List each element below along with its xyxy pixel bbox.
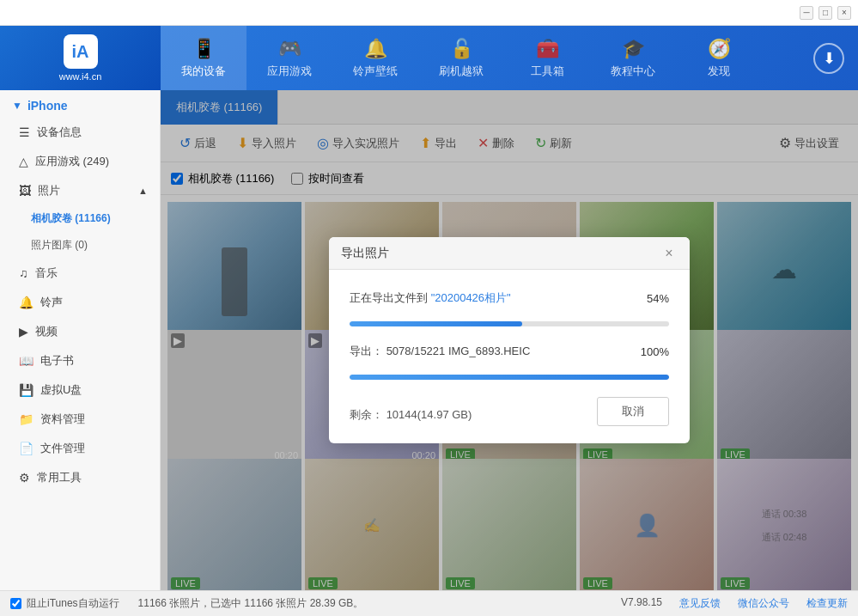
sidebar-file-label: 文件管理 [40,441,85,456]
dialog-title: 导出照片 [341,246,389,261]
export-dest-value: "20200426相片" [431,291,511,304]
sidebar-tools-label: 常用工具 [37,470,82,485]
close-btn[interactable]: × [837,6,851,20]
sidebar-item-tools[interactable]: ⚙ 常用工具 [0,463,160,492]
title-bar: ─ □ × [0,0,858,26]
sidebar-item-ringtone[interactable]: 🔔 铃声 [0,288,160,317]
remaining-value: 10144(14.97 GB) [386,408,472,421]
export-dialog: 导出照片 × 正在导出文件到 "20200426相片" 54% [329,237,690,443]
sidebar: ▼ iPhone ☰ 设备信息 △ 应用游戏 (249) 🖼 照片 ▲ 相机胶卷… [0,90,161,590]
remaining-text: 剩余： 10144(14.97 GB) [350,407,472,423]
dialog-close-button[interactable]: × [660,245,678,262]
content-wrapper: 相机胶卷 (11166) ↺ 后退 ⬇ 导入照片 ◎ 导入实况照片 ⬆ [161,90,858,590]
toolbox-icon: 🧰 [536,38,559,60]
itunes-checkbox[interactable] [10,598,21,609]
nav-tutorial-label: 教程中心 [611,64,655,79]
progress-bar-2-wrap [350,375,669,380]
nav-my-device[interactable]: 📱 我的设备 [161,26,246,90]
sidebar-resource-label: 资料管理 [40,412,85,427]
photos-expand-icon: ▲ [138,186,148,196]
sidebar-virtual-u-label: 虚拟U盘 [40,382,82,398]
photos-icon: 🖼 [19,184,31,198]
sidebar-item-resource[interactable]: 📁 资料管理 [0,405,160,434]
nav-items: 📱 我的设备 🎮 应用游戏 🔔 铃声壁纸 🔓 刷机越狱 🧰 工具箱 🎓 教程中心… [161,26,858,90]
sidebar-apps-label: 应用游戏 (249) [35,154,109,169]
video-icon: ▶ [19,325,28,338]
collapse-arrow-icon: ▼ [12,100,22,112]
virtual-u-icon: 💾 [19,383,33,397]
download-btn[interactable]: ⬇ [813,43,844,74]
progress-section-1: 正在导出文件到 "20200426相片" 54% [350,290,669,326]
wechat-link[interactable]: 微信公众号 [738,596,789,611]
nav-discover[interactable]: 🧭 发现 [676,26,762,90]
ringtone-icon: 🔔 [364,38,387,60]
sidebar-item-photos[interactable]: 🖼 照片 ▲ [0,176,160,205]
top-nav: iA www.i4.cn 📱 我的设备 🎮 应用游戏 🔔 铃声壁纸 🔓 刷机越狱… [0,26,858,90]
nav-toolbox-label: 工具箱 [531,64,564,79]
nav-tutorial[interactable]: 🎓 教程中心 [590,26,676,90]
sidebar-item-music[interactable]: ♫ 音乐 [0,259,160,288]
ringtone-sidebar-icon: 🔔 [19,296,33,309]
progress-bar-1-wrap [350,321,669,326]
nav-ringtone-label: 铃声壁纸 [353,64,398,79]
sidebar-music-label: 音乐 [35,265,58,281]
file-icon: 📄 [19,442,33,455]
main-layout: ▼ iPhone ☰ 设备信息 △ 应用游戏 (249) 🖼 照片 ▲ 相机胶卷… [0,90,858,590]
sidebar-device-name: iPhone [27,99,68,113]
nav-discover-label: 发现 [708,64,730,79]
nav-jailbreak[interactable]: 🔓 刷机越狱 [418,26,504,90]
nav-jailbreak-label: 刷机越狱 [439,64,484,79]
logo-area: iA www.i4.cn [0,26,161,90]
export-dest-label: 正在导出文件到 "20200426相片" [350,290,511,306]
nav-toolbox[interactable]: 🧰 工具箱 [504,26,590,90]
progress-bar-2-fill [350,375,669,380]
my-device-icon: 📱 [192,38,216,60]
nav-apps-label: 应用游戏 [267,64,312,79]
sidebar-subitem-photo-library[interactable]: 照片图库 (0) [0,232,160,259]
logo-subtext: www.i4.cn [59,71,102,82]
photo-library-label: 照片图库 (0) [31,239,88,251]
version-text: V7.98.15 [621,596,662,611]
minimize-btn[interactable]: ─ [800,6,813,20]
maximize-btn[interactable]: □ [818,6,832,20]
status-right: V7.98.15 意见反馈 微信公众号 检查更新 [621,596,848,611]
resource-icon: 📁 [19,412,33,426]
progress-section-2: 导出： 5078/15221 IMG_6893.HEIC 100% [350,344,669,380]
sidebar-ebook-label: 电子书 [40,353,74,369]
apps-games-icon: △ [19,155,28,168]
dialog-body: 正在导出文件到 "20200426相片" 54% [329,270,690,443]
progress-row-1: 正在导出文件到 "20200426相片" 54% [350,290,669,306]
tools-icon: ⚙ [19,471,30,485]
dialog-overlay: 导出照片 × 正在导出文件到 "20200426相片" 54% [161,90,858,590]
sidebar-item-virtual-u[interactable]: 💾 虚拟U盘 [0,375,160,405]
feedback-link[interactable]: 意见反馈 [679,596,721,611]
music-icon: ♫ [19,266,28,280]
nav-apps-games[interactable]: 🎮 应用游戏 [246,26,332,90]
itunes-label: 阻止iTunes自动运行 [27,596,119,611]
logo-icon: iA [64,34,98,69]
camera-roll-label: 相机胶卷 (11166) [31,212,111,224]
progress-row-2: 导出： 5078/15221 IMG_6893.HEIC 100% [350,344,669,359]
sidebar-item-device-info[interactable]: ☰ 设备信息 [0,118,160,147]
export-file-value: 5078/15221 IMG_6893.HEIC [386,345,531,357]
apps-icon: 🎮 [278,38,301,60]
photo-count-text: 11166 张照片，已选中 11166 张照片 28.39 GB。 [138,596,364,611]
ebook-icon: 📖 [19,354,33,368]
sidebar-device-header[interactable]: ▼ iPhone [0,90,160,118]
sidebar-item-apps[interactable]: △ 应用游戏 (249) [0,147,160,176]
tutorial-icon: 🎓 [622,38,645,60]
sidebar-item-file[interactable]: 📄 文件管理 [0,434,160,463]
cancel-export-button[interactable]: 取消 [597,397,669,426]
sidebar-item-ebook[interactable]: 📖 电子书 [0,346,160,375]
update-check-link[interactable]: 检查更新 [806,596,848,611]
status-bar: 阻止iTunes自动运行 11166 张照片，已选中 11166 张照片 28.… [0,590,858,616]
progress-2-percent: 100% [641,345,669,358]
status-left: 阻止iTunes自动运行 11166 张照片，已选中 11166 张照片 28.… [10,596,363,611]
dialog-header: 导出照片 × [329,237,690,270]
window-controls[interactable]: ─ □ × [800,6,851,20]
sidebar-ringtone-label: 铃声 [40,295,63,310]
sidebar-photos-label: 照片 [38,183,60,198]
sidebar-item-video[interactable]: ▶ 视频 [0,317,160,346]
nav-ringtone[interactable]: 🔔 铃声壁纸 [332,26,418,90]
sidebar-subitem-camera-roll[interactable]: 相机胶卷 (11166) [0,205,160,232]
